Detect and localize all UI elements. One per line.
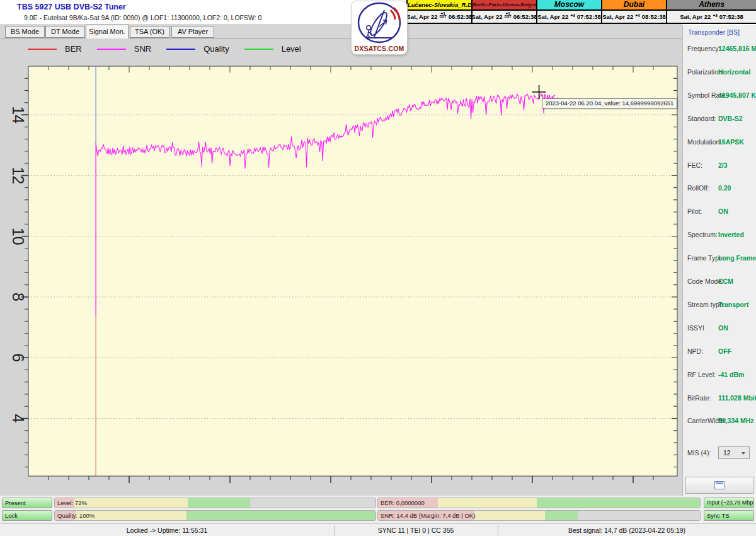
- svg-text:4: 4: [9, 414, 27, 423]
- clock-time: Sat, Apr 22+1DST06:52:38: [408, 11, 471, 23]
- legend-item-level: Level: [244, 44, 301, 54]
- legend-swatch-ber: [28, 49, 57, 50]
- transponder-row-frame-type: Frame Type:Long Frame: [683, 254, 756, 263]
- statusbar-uptime: Locked -> Uptime: 11:55:31: [0, 524, 334, 536]
- legend-item-quality: Quality: [166, 44, 229, 54]
- transponder-value: OFF: [718, 347, 731, 355]
- statusbar-sync-counters: SYNC 11 | TEI 0 | CC 355: [334, 524, 498, 536]
- tab-tsa-ok[interactable]: TSA (OK): [130, 26, 169, 38]
- bar-segment: [438, 498, 537, 508]
- legend-label: Level: [282, 44, 301, 54]
- transponder-row-stream-type: Stream type:Transport: [683, 301, 756, 310]
- clock-hms: 06:52:38: [449, 13, 472, 20]
- transponder-row-code-mode: Code Mode:CCM: [683, 277, 756, 286]
- transponder-row-carrierwidth: CarrierWidth:50,334 MHz: [683, 417, 756, 426]
- svg-text:8: 8: [9, 293, 27, 301]
- transponder-label: Standard:: [687, 115, 716, 122]
- bar-segment: [537, 498, 700, 508]
- transponder-label: Modulation:: [687, 138, 721, 146]
- transponder-row-bitrate: BitRate:111,028 Mbit/s: [683, 394, 756, 403]
- tab-signal-mon[interactable]: Signal Mon.: [86, 25, 129, 38]
- statusbar-divider: [498, 525, 498, 535]
- clock-time: Sat, Apr 22+408:52:38: [602, 11, 666, 23]
- clock-date: Sat, Apr 22: [472, 13, 503, 20]
- level-progress-bar: Level: 72%: [54, 498, 376, 508]
- transponder-value: 41945,807 KS/s: [718, 91, 756, 99]
- clock-berlin-paris-vienna-belgrade: Berlin-Paris-Vienna-BelgradeSat, Apr 22+…: [472, 0, 537, 24]
- bar-segment: [250, 498, 375, 508]
- transponder-value: ON: [718, 207, 728, 215]
- offset-value: +3: [570, 14, 575, 17]
- satellite-dish-icon: [352, 1, 407, 44]
- clock-city-label: Moscow: [537, 0, 601, 11]
- clock-utc-offset: +4: [635, 14, 639, 17]
- legend-label: SNR: [134, 44, 151, 54]
- transponder-value: 50,334 MHz: [718, 417, 754, 424]
- transponder-row-symbol-rate: Symbol Rate:41945,807 KS/s: [683, 91, 756, 100]
- chevron-down-icon: [742, 452, 745, 455]
- clock-city-label: Berlin-Paris-Vienna-Belgrade: [472, 0, 536, 11]
- clock-city-label: Athens: [667, 0, 756, 11]
- transponder-value: Transport: [718, 301, 748, 308]
- bar-segment: [74, 498, 188, 508]
- clock-date: Sat, Apr 22: [680, 13, 711, 20]
- lock-indicator: Lock: [2, 510, 52, 521]
- transponder-row-rolloff: RollOff:0.20: [683, 184, 756, 193]
- dst-flag: DST: [440, 15, 447, 18]
- present-indicator: Present: [2, 498, 52, 508]
- legend-swatch-snr: [97, 49, 126, 50]
- bar-segment: [188, 498, 250, 508]
- clock-utc-offset: +1DST: [505, 12, 512, 18]
- panel-toggle-button[interactable]: [685, 477, 753, 494]
- transponder-value: 16APSK: [718, 138, 744, 146]
- chart-legend: BERSNRQualityLevel: [28, 44, 316, 54]
- transponder-row-frequency: Frequency:12465,816 MHz: [683, 45, 756, 54]
- svg-text:14: 14: [9, 106, 27, 124]
- clock-date: Sat, Apr 22: [537, 13, 568, 20]
- statusbar: Locked -> Uptime: 11:55:31 SYNC 11 | TEI…: [0, 523, 756, 536]
- quality-progress-bar: Quality: 100%: [54, 510, 376, 521]
- clock-time: Sat, Apr 22+307:52:38: [537, 11, 601, 23]
- legend-label: BER: [65, 44, 82, 54]
- bar-segment: [578, 511, 700, 520]
- app-title: TBS 5927 USB DVB-S2 Tuner: [17, 3, 126, 11]
- mis-dropdown[interactable]: 12: [718, 446, 750, 459]
- clock-dubai: DubaiSat, Apr 22+408:52:38: [602, 0, 667, 24]
- bar-segment: [474, 511, 544, 520]
- clock-hms: 06:52:38: [513, 13, 537, 20]
- tab-dt-mode[interactable]: DT Mode: [45, 26, 85, 38]
- transponder-row-npd: NPD:OFF: [683, 347, 756, 356]
- transponder-label: Pilot:: [687, 207, 702, 215]
- sync-ts-indicator: Sync TS: [704, 510, 754, 521]
- mode-tabbar: BS ModeDT ModeSignal Mon.TSA (OK)AV Play…: [0, 24, 682, 39]
- transponder-row-pilot: Pilot:ON: [683, 207, 756, 216]
- signal-status-bars: Present Lock Input (~23,78 Mbps) Sync TS…: [0, 496, 756, 523]
- snr-bar-text: SNR: 14,4 dB (Margin: 7,4 dB | OK): [381, 511, 475, 520]
- transponder-label: RF Level:: [687, 371, 716, 378]
- transponder-row-standard: Standard:DVB-S2: [683, 115, 756, 124]
- snr-progress-bar: SNR: 14,4 dB (Margin: 7,4 dB | OK): [377, 510, 701, 521]
- transponder-label: Spectrum:: [687, 231, 718, 238]
- transponder-row-modulation: Modulation:16APSK: [683, 138, 756, 147]
- mis-label: MIS (4):: [687, 449, 711, 457]
- transponder-panel: Transponder [BS] Frequency:12465,816 MHz…: [682, 25, 756, 496]
- tab-bs-mode[interactable]: BS Mode: [5, 26, 45, 38]
- transponder-value: CCM: [718, 277, 733, 285]
- transponder-label: NPD:: [687, 347, 703, 355]
- mis-value: 12: [723, 449, 731, 457]
- clock-hms: 08:52:38: [642, 13, 666, 20]
- signal-monitor-chart[interactable]: 141210864 BERSNRQualityLevel 2023-04-22 …: [0, 39, 682, 496]
- tab-av-player[interactable]: AV Player: [171, 26, 214, 38]
- level-bar-text: Level: 72%: [57, 498, 87, 508]
- clock-utc-offset: +1DST: [440, 12, 447, 18]
- transponder-label: BitRate:: [687, 394, 711, 402]
- clock-time: Sat, Apr 22+307:52:38: [667, 11, 756, 23]
- dxsatcs-logo: DXSATCS.COM: [352, 1, 407, 54]
- mis-row: MIS (4): 12: [683, 446, 756, 459]
- clock-athens: AthensSat, Apr 22+307:52:38: [667, 0, 756, 24]
- statusbar-divider: [334, 525, 335, 535]
- window-panel-icon: [714, 481, 724, 489]
- clock-utc-offset: +3: [570, 14, 575, 17]
- offset-value: +3: [713, 14, 717, 17]
- bar-segment: [186, 511, 375, 520]
